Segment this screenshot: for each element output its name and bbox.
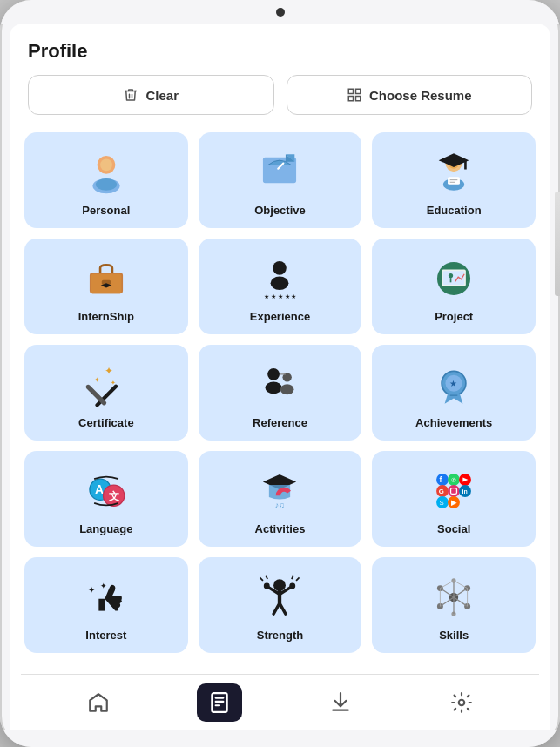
settings-icon [450, 691, 473, 714]
svg-text:S: S [440, 499, 444, 507]
svg-text:★ ★ ★ ★ ★: ★ ★ ★ ★ ★ [264, 293, 297, 299]
svg-line-74 [267, 575, 268, 578]
grid-item-education[interactable]: Education [372, 132, 536, 228]
objective-label: Objective [254, 204, 306, 217]
svg-line-90 [441, 580, 455, 588]
grid-item-project[interactable]: Project [372, 239, 536, 334]
objective-icon [255, 148, 304, 197]
resume-icon [208, 691, 231, 714]
svg-rect-3 [355, 97, 360, 101]
experience-icon: ★ ★ ★ ★ ★ [255, 254, 304, 303]
grid-item-social[interactable]: f ✆ G [372, 451, 536, 547]
tablet-device: Profile Clear Choose Res [0, 0, 560, 747]
stylus-pencil [555, 192, 560, 296]
svg-text:♪♫: ♪♫ [275, 501, 285, 509]
skills-label: Skills [439, 629, 469, 642]
svg-rect-1 [355, 89, 360, 93]
project-icon [429, 254, 478, 303]
grid-item-internship[interactable]: InternShip [24, 239, 188, 334]
interest-icon: ✦ ✦ [82, 573, 131, 622]
achievements-label: Achievements [415, 416, 492, 429]
grid-icon [347, 87, 362, 103]
svg-point-72 [290, 582, 296, 589]
page-title: Profile [28, 40, 532, 63]
svg-marker-13 [439, 153, 469, 167]
education-label: Education [427, 204, 482, 217]
grid-item-interest[interactable]: ✦ ✦ Interest [24, 557, 188, 653]
certificate-icon: ✦ ✦ ✦ [82, 360, 131, 409]
tablet-camera [276, 8, 285, 17]
education-icon [429, 148, 478, 197]
strength-label: Strength [257, 629, 303, 642]
clear-button[interactable]: Clear [28, 75, 274, 115]
language-label: Language [79, 522, 132, 535]
svg-line-84 [441, 588, 455, 596]
bottom-navigation [21, 674, 539, 730]
grid-container: Personal Objective [10, 124, 550, 674]
header-buttons: Clear Choose Resume [28, 75, 532, 115]
svg-line-85 [454, 588, 468, 596]
grid-item-objective[interactable]: Objective [199, 132, 362, 228]
svg-text:f: f [440, 475, 442, 484]
nav-settings[interactable] [439, 683, 484, 722]
grid-item-experience[interactable]: ★ ★ ★ ★ ★ Experience [199, 239, 362, 334]
svg-text:✦: ✦ [94, 375, 100, 383]
svg-point-60 [448, 485, 460, 497]
personal-icon [82, 148, 131, 197]
activities-label: Activities [255, 522, 306, 535]
strength-icon [255, 573, 304, 622]
svg-point-71 [264, 582, 270, 589]
svg-point-39 [280, 384, 294, 394]
nav-home[interactable] [76, 683, 121, 722]
app-container: Profile Clear Choose Res [10, 24, 550, 730]
nav-download[interactable] [318, 683, 363, 722]
svg-line-87 [454, 597, 468, 606]
svg-text:A: A [95, 481, 104, 495]
language-icon: A 文 [82, 467, 131, 515]
grid-item-strength[interactable]: Strength [199, 557, 362, 653]
personal-label: Personal [82, 204, 130, 217]
svg-rect-14 [464, 160, 467, 169]
trash-icon [123, 87, 138, 103]
nav-resume[interactable] [197, 683, 242, 722]
svg-text:▶: ▶ [451, 499, 457, 507]
grid-item-skills[interactable]: Skills [372, 557, 536, 653]
svg-point-36 [268, 367, 280, 380]
svg-rect-16 [448, 177, 460, 185]
grid-item-reference[interactable]: Reference [199, 345, 362, 441]
grid-item-achievements[interactable]: ★ Achievements [372, 345, 536, 441]
svg-rect-32 [84, 383, 107, 406]
svg-text:in: in [462, 488, 468, 495]
grid-item-certificate[interactable]: ✦ ✦ ✦ Certificate [24, 345, 188, 441]
svg-text:文: 文 [108, 489, 118, 501]
svg-text:G: G [439, 488, 444, 495]
svg-point-6 [100, 158, 112, 171]
svg-text:✦: ✦ [111, 380, 116, 386]
svg-point-52 [436, 474, 449, 486]
activities-icon: ♪♫ [255, 467, 304, 515]
svg-text:✦: ✦ [88, 584, 95, 594]
certificate-label: Certificate [78, 416, 134, 429]
svg-line-75 [297, 577, 300, 580]
project-label: Project [435, 310, 473, 323]
achievements-icon: ★ [429, 360, 478, 409]
svg-point-29 [449, 273, 453, 277]
svg-rect-28 [443, 271, 464, 285]
grid: Personal Objective [24, 132, 536, 653]
header: Profile Clear Choose Res [10, 24, 550, 124]
svg-rect-0 [348, 89, 353, 93]
svg-point-24 [271, 276, 289, 290]
grid-item-activities[interactable]: ♪♫ Activities [199, 451, 362, 547]
svg-text:✆: ✆ [451, 477, 456, 483]
grid-item-language[interactable]: A 文 Language [24, 451, 188, 547]
social-label: Social [437, 522, 470, 535]
svg-point-23 [273, 261, 287, 275]
social-icon: f ✆ G [429, 467, 478, 515]
svg-line-91 [454, 580, 468, 588]
choose-resume-button[interactable]: Choose Resume [287, 75, 533, 115]
svg-point-37 [266, 381, 282, 394]
skills-icon [429, 573, 478, 622]
svg-rect-2 [348, 97, 353, 101]
svg-line-86 [441, 597, 455, 606]
grid-item-personal[interactable]: Personal [24, 132, 188, 228]
